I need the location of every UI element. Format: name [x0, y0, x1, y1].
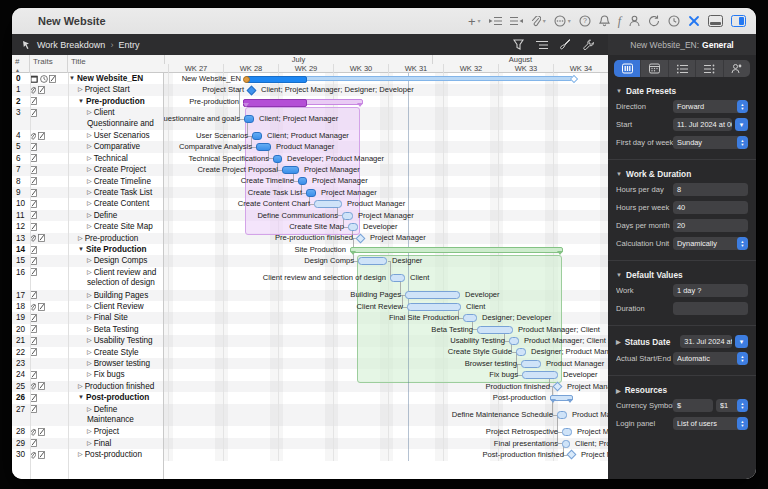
disclosure-closed-icon[interactable]: ▷	[87, 324, 92, 335]
task-title[interactable]: ▷Building Pages	[68, 290, 164, 301]
disclosure-closed-icon[interactable]: ▷	[87, 404, 92, 415]
actual-start-end-select[interactable]: Automatic▴▾	[673, 352, 748, 365]
inspector-tab-values[interactable]	[696, 60, 723, 77]
disclosure-closed-icon[interactable]: ▷	[87, 164, 92, 175]
disclosure-closed-icon[interactable]: ▷	[87, 301, 92, 312]
inspector-tab-outline[interactable]	[669, 60, 696, 77]
task-title[interactable]: ▷Create Timeline	[68, 176, 164, 187]
task-title[interactable]: ▷User Scenarios	[68, 130, 164, 141]
disclosure-closed-icon[interactable]: ▷	[87, 358, 92, 369]
gantt-bar-task[interactable]	[244, 115, 254, 123]
disclosure-closed-icon[interactable]: ▷	[87, 312, 92, 323]
date-field[interactable]: 31. Jul 2024 at 00:00	[680, 335, 732, 348]
gantt-bar-task[interactable]	[522, 371, 558, 379]
settings-wrench-icon[interactable]	[583, 39, 594, 50]
task-title[interactable]: ▷Pre-production finished	[68, 233, 164, 244]
first-day-of-week-select[interactable]: Sunday▴▾	[673, 136, 748, 149]
gantt-bar-task[interactable]	[306, 189, 316, 197]
view-selector-icon[interactable]	[22, 40, 32, 50]
section-header-default-values[interactable]: ▼Default Values	[616, 270, 748, 280]
disclosure-closed-icon[interactable]: ▷	[87, 221, 92, 232]
section-header-date-presets[interactable]: ▼Date Presets	[616, 86, 748, 96]
task-title[interactable]: ▷Create Content Chart	[68, 198, 164, 209]
task-title[interactable]: ▷Create Style Guide	[68, 347, 164, 358]
gantt-bar-task[interactable]	[314, 200, 342, 208]
date-picker-button[interactable]: ▾	[735, 118, 748, 131]
disclosure-closed-icon[interactable]: ▷	[87, 438, 92, 449]
task-title[interactable]: ▼Site Production	[68, 244, 164, 255]
help-icon[interactable]: ?	[579, 15, 591, 27]
task-title[interactable]: ▷Project Start	[68, 84, 164, 95]
gantt-bar-task[interactable]	[407, 303, 461, 311]
gantt-bar-group[interactable]	[350, 247, 563, 253]
work-input[interactable]: 1 day ?	[673, 284, 748, 297]
date-field[interactable]: 11. Jul 2024 at 00:00	[673, 118, 732, 131]
disclosure-closed-icon[interactable]: ▷	[87, 153, 92, 164]
gantt-bar-task[interactable]	[463, 314, 477, 322]
disclosure-closed-icon[interactable]: ▷	[78, 233, 83, 244]
notifications-icon[interactable]	[599, 15, 610, 27]
breadcrumb-view[interactable]: Work Breakdown	[37, 40, 105, 50]
gantt-bar-task[interactable]	[282, 166, 299, 174]
toggle-right-panel-icon[interactable]	[731, 15, 746, 27]
gantt-bar-task[interactable]	[348, 223, 358, 231]
column-header-traits[interactable]: Traits	[30, 55, 68, 73]
currency-format-select[interactable]: $1▴▾	[716, 399, 748, 412]
hours-per-week-input[interactable]: 40	[673, 201, 748, 214]
gantt-bar-task[interactable]	[256, 143, 271, 151]
gantt-bar-task[interactable]	[358, 257, 387, 265]
disclosure-closed-icon[interactable]: ▷	[87, 198, 92, 209]
disclosure-closed-icon[interactable]: ▷	[87, 267, 92, 278]
task-title[interactable]: ▷Create Site Map	[68, 221, 164, 232]
disclosure-open-icon[interactable]: ▼	[78, 96, 84, 107]
task-title[interactable]: ▷Project Retrospective	[68, 426, 164, 437]
gantt-bar-task[interactable]	[405, 291, 460, 299]
task-title[interactable]: ▷Browser testing	[68, 358, 164, 369]
outdent-icon[interactable]	[510, 16, 523, 26]
task-title[interactable]: ▼New Website_EN	[68, 73, 164, 84]
gantt-bar-project[interactable]	[245, 76, 574, 81]
date-picker-button[interactable]: ▾	[735, 335, 748, 348]
task-title[interactable]: ▼Pre-production	[68, 96, 164, 107]
disclosure-open-icon[interactable]: ▼	[78, 244, 84, 255]
gantt-bar-group[interactable]	[243, 99, 363, 105]
gantt-bar-task[interactable]	[557, 411, 567, 419]
gantt-bar-task[interactable]	[477, 326, 513, 334]
task-title[interactable]: ▷Technical Specifications	[68, 153, 164, 164]
days-per-month-input[interactable]: 20	[673, 219, 748, 232]
inspector-tab-resources[interactable]	[724, 60, 750, 77]
breadcrumb-mode[interactable]: Entry	[118, 40, 139, 50]
attach-icon[interactable]: ▾	[531, 16, 546, 27]
disclosure-closed-icon[interactable]: ▷	[78, 449, 83, 460]
disclosure-closed-icon[interactable]: ▷	[87, 255, 92, 266]
indent-icon[interactable]	[489, 16, 502, 26]
task-title[interactable]: ▷Client review and selection of design	[68, 267, 164, 290]
section-header-resources[interactable]: ▶Resources	[616, 385, 748, 395]
share-icon[interactable]	[688, 15, 700, 27]
task-title[interactable]: ▷Fix bugs	[68, 369, 164, 380]
task-title[interactable]: ▷Production finished	[68, 381, 164, 392]
login-panel-select[interactable]: List of users▴▾	[673, 417, 748, 430]
task-title[interactable]: ▷Client Questionnaire and goals	[68, 107, 164, 130]
task-title[interactable]: ▷Define Maintenance Schedule	[68, 404, 164, 427]
task-title[interactable]: ▷Beta Testing	[68, 324, 164, 335]
task-title[interactable]: ▷Final presentations	[68, 438, 164, 449]
sync-icon[interactable]	[648, 15, 660, 27]
section-header-work-duration[interactable]: ▼Work & Duration	[616, 169, 748, 179]
task-title[interactable]: ▷Define Communications	[68, 210, 164, 221]
gantt-bar-task[interactable]	[273, 155, 282, 163]
filter-icon[interactable]	[513, 39, 524, 50]
task-title[interactable]: ▷Design Comps	[68, 255, 164, 266]
column-header-title[interactable]: Title	[68, 55, 164, 73]
disclosure-closed-icon[interactable]: ▷	[78, 84, 83, 95]
gantt-bar-group[interactable]	[550, 395, 573, 401]
disclosure-closed-icon[interactable]: ▷	[78, 381, 83, 392]
gantt-bar-task[interactable]	[509, 337, 519, 345]
gantt-bar-task[interactable]	[562, 440, 570, 448]
section-header-status-date[interactable]: ▶Status Date31. Jul 2024 at 00:00▾	[616, 335, 748, 348]
hours-per-day-input[interactable]: 8	[673, 183, 748, 196]
gantt-bar-task[interactable]	[298, 177, 307, 185]
disclosure-closed-icon[interactable]: ▷	[87, 187, 92, 198]
disclosure-closed-icon[interactable]: ▷	[87, 290, 92, 301]
gantt-bar-task[interactable]	[342, 212, 353, 220]
